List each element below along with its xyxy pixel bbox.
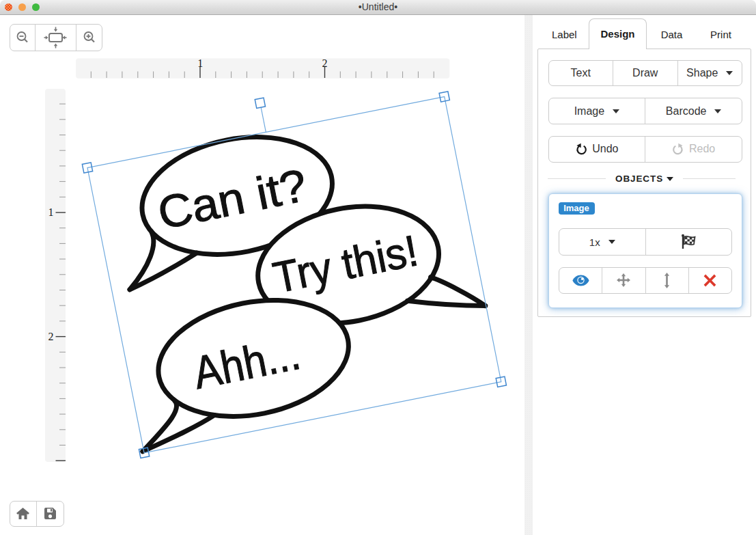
svg-text:2: 2 [48,331,54,342]
svg-text:1: 1 [197,57,203,69]
svg-text:1: 1 [48,206,54,218]
svg-text:2: 2 [322,57,328,69]
